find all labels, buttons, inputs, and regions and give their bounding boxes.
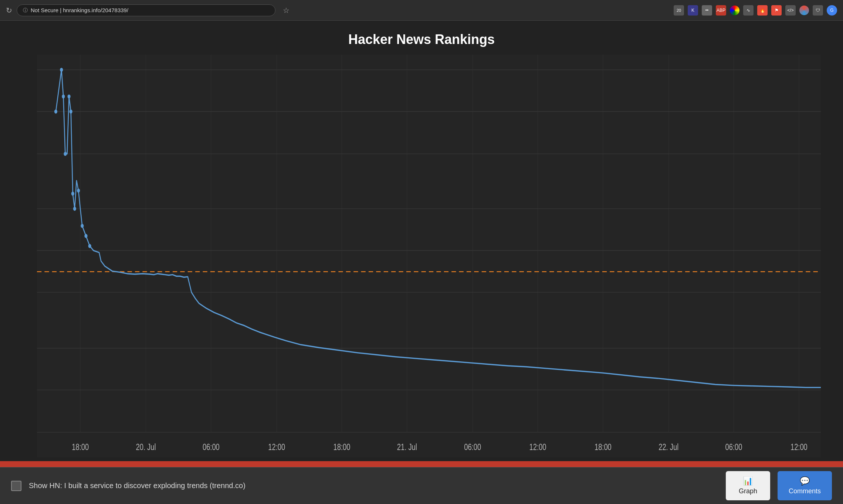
chart-container: 1 2 4 10 20 40 100 200 400 bbox=[37, 55, 821, 457]
graph-icon: 📊 bbox=[743, 476, 753, 486]
main-content: Hacker News Rankings Position bbox=[0, 21, 843, 467]
ext-abp[interactable]: ABP bbox=[716, 5, 726, 16]
not-secure-icon: ⓘ bbox=[23, 7, 28, 14]
ext-circle[interactable] bbox=[799, 6, 809, 15]
footer-bar: Show HN: I built a service to discover e… bbox=[0, 467, 843, 504]
graph-button[interactable]: 📊 Graph bbox=[726, 471, 770, 500]
reload-icon[interactable]: ↻ bbox=[6, 6, 12, 15]
footer-story-title: Show HN: I built a service to discover e… bbox=[29, 481, 718, 490]
svg-text:06:00: 06:00 bbox=[464, 442, 481, 452]
ext-color[interactable] bbox=[730, 6, 739, 15]
svg-point-46 bbox=[60, 68, 63, 72]
ext-shield[interactable]: 🛡 bbox=[813, 5, 823, 16]
footer-checkbox[interactable] bbox=[11, 481, 21, 491]
ext-g[interactable]: G bbox=[827, 5, 837, 16]
ext-fire[interactable]: 🔥 bbox=[757, 5, 768, 16]
accent-bar bbox=[0, 461, 843, 467]
ext-wave[interactable]: ∿ bbox=[743, 5, 754, 16]
svg-point-51 bbox=[71, 192, 74, 196]
ext-code[interactable]: </> bbox=[785, 5, 796, 16]
ext-3[interactable]: •• bbox=[702, 5, 712, 16]
comments-label: Comments bbox=[789, 487, 821, 495]
ext-2[interactable]: K bbox=[688, 5, 698, 16]
chart-wrapper: Position bbox=[0, 51, 843, 461]
svg-text:18:00: 18:00 bbox=[595, 442, 612, 452]
svg-point-55 bbox=[84, 234, 87, 238]
ext-1[interactable]: 20 bbox=[674, 5, 684, 16]
svg-point-56 bbox=[88, 244, 91, 248]
comments-button[interactable]: 💬 Comments bbox=[778, 471, 832, 500]
svg-point-47 bbox=[62, 95, 65, 99]
svg-text:12:00: 12:00 bbox=[268, 442, 285, 452]
svg-point-49 bbox=[68, 95, 71, 99]
svg-point-52 bbox=[73, 207, 76, 211]
comments-icon: 💬 bbox=[800, 476, 810, 486]
graph-label: Graph bbox=[739, 487, 757, 495]
svg-point-50 bbox=[70, 110, 72, 114]
url-display: Not Secure | hnrankings.info/20478339/ bbox=[31, 7, 128, 13]
address-bar[interactable]: ⓘ Not Secure | hnrankings.info/20478339/ bbox=[17, 4, 275, 16]
svg-text:18:00: 18:00 bbox=[334, 442, 351, 452]
ext-flag[interactable]: ⚑ bbox=[771, 5, 782, 16]
svg-text:22. Jul: 22. Jul bbox=[659, 442, 678, 452]
svg-text:12:00: 12:00 bbox=[529, 442, 546, 452]
svg-text:06:00: 06:00 bbox=[203, 442, 220, 452]
svg-text:06:00: 06:00 bbox=[725, 442, 742, 452]
extensions-area: 20 K •• ABP ∿ 🔥 ⚑ </> 🛡 G bbox=[674, 5, 837, 16]
browser-bar: ↻ ⓘ Not Secure | hnrankings.info/2047833… bbox=[0, 0, 843, 21]
svg-text:20. Jul: 20. Jul bbox=[136, 442, 156, 452]
svg-point-48 bbox=[64, 152, 67, 156]
page-title: Hacker News Rankings bbox=[0, 21, 843, 51]
svg-point-53 bbox=[77, 188, 80, 193]
svg-text:21. Jul: 21. Jul bbox=[397, 442, 417, 452]
bookmark-icon[interactable]: ☆ bbox=[283, 6, 290, 15]
svg-point-54 bbox=[81, 224, 84, 228]
svg-text:18:00: 18:00 bbox=[72, 442, 89, 452]
svg-point-45 bbox=[54, 110, 57, 114]
svg-rect-0 bbox=[37, 55, 821, 457]
svg-text:12:00: 12:00 bbox=[790, 442, 808, 452]
